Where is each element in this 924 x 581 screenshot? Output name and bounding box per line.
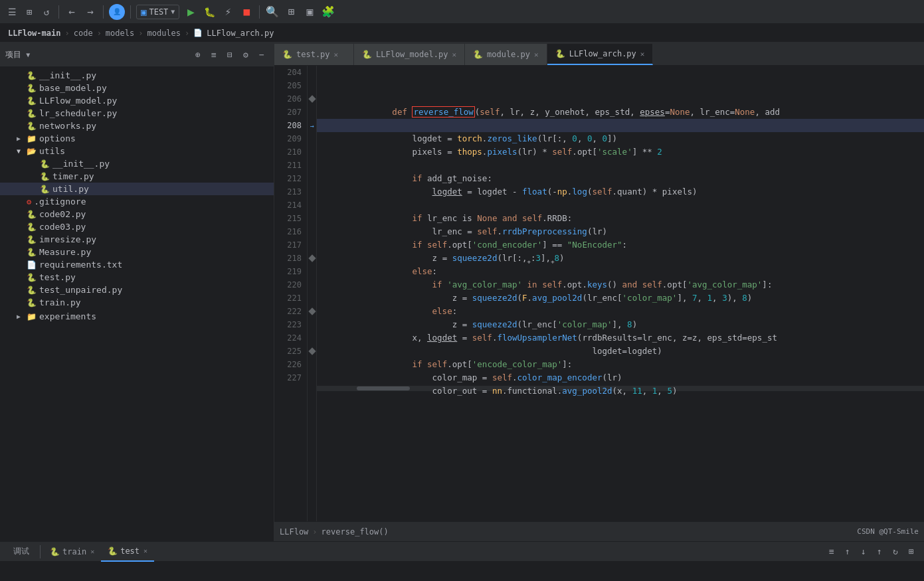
python-file-icon: 🐍 bbox=[27, 235, 37, 244]
grid-icon[interactable]: ⊞ bbox=[284, 5, 298, 19]
run-config-name: TEST bbox=[149, 7, 168, 17]
breadcrumb-modules[interactable]: modules bbox=[147, 29, 181, 38]
step-over-icon[interactable]: ↑ bbox=[840, 544, 855, 559]
tab-llflow-arch[interactable]: 🐍 LLFlow_arch.py ✕ bbox=[547, 44, 654, 65]
stop-button[interactable]: ■ bbox=[239, 5, 254, 19]
gutter-217 bbox=[308, 238, 316, 252]
bottom-tab-train-close[interactable]: ✕ bbox=[90, 548, 94, 555]
scrollbar-thumb[interactable] bbox=[357, 386, 410, 390]
tree-item-base-model[interactable]: 🐍 base_model.py bbox=[0, 82, 274, 94]
train-tab-icon: 🐍 bbox=[50, 547, 60, 556]
tree-item-train[interactable]: 🐍 train.py bbox=[0, 296, 274, 309]
fold-marker-225 bbox=[308, 347, 316, 355]
tree-item-measure[interactable]: 🐍 Measure.py bbox=[0, 246, 274, 258]
tab-icon-test: 🐍 bbox=[282, 50, 292, 59]
line-num-225: 225 bbox=[277, 345, 302, 358]
refresh-icon[interactable]: ↺ bbox=[40, 5, 53, 19]
layout-icon[interactable]: ▣ bbox=[302, 5, 317, 19]
tab-close-llflow-arch[interactable]: ✕ bbox=[640, 50, 645, 58]
bottom-sep bbox=[40, 545, 41, 558]
user-avatar[interactable]: 👤 bbox=[109, 4, 125, 20]
tree-item-code03[interactable]: 🐍 code03.py bbox=[0, 220, 274, 233]
tab-close-module[interactable]: ✕ bbox=[534, 50, 539, 59]
nav-forward-button[interactable]: → bbox=[83, 5, 98, 19]
tab-close-test[interactable]: ✕ bbox=[334, 50, 339, 59]
tab-llflow-model[interactable]: 🐍 LLFlow_model.py ✕ bbox=[354, 44, 465, 65]
collapse-icon[interactable]: ⊟ bbox=[223, 48, 236, 61]
gutter-215 bbox=[308, 212, 316, 225]
tab-module[interactable]: 🐍 module.py ✕ bbox=[465, 44, 547, 65]
tree-item-lr-scheduler[interactable]: 🐍 lr_scheduler.py bbox=[0, 107, 274, 120]
line-num-212: 212 bbox=[277, 172, 302, 185]
tree-item-gitignore[interactable]: ⚙ .gitignore bbox=[0, 195, 274, 208]
step-into-icon[interactable]: ↓ bbox=[856, 544, 871, 559]
breadcrumb-file[interactable]: LLFlow_arch.py bbox=[207, 29, 274, 38]
gutter-210 bbox=[308, 145, 316, 159]
tree-item-experiments[interactable]: ▶ 📁 experiments bbox=[0, 310, 274, 323]
nav-back-button[interactable]: ← bbox=[64, 5, 79, 19]
tree-item-util[interactable]: 🐍 util.py bbox=[0, 183, 274, 195]
tree-label-imresize: imresize.py bbox=[39, 234, 96, 244]
tree-item-utils-init[interactable]: 🐍 __init__.py bbox=[0, 157, 274, 170]
code-line-206: def reverse_flow(self, lr, z, y_onehot, … bbox=[317, 92, 924, 106]
line-num-214: 214 bbox=[277, 199, 302, 212]
step-out-icon[interactable]: ↑ bbox=[872, 544, 887, 559]
tree-label-code02: code02.py bbox=[39, 209, 86, 219]
line-num-224: 224 bbox=[277, 331, 302, 345]
breadcrumb-code[interactable]: code bbox=[74, 29, 93, 38]
menu-icon[interactable]: ☰ bbox=[5, 5, 19, 19]
tree-item-test-unpaired[interactable]: 🐍 test_unpaired.py bbox=[0, 284, 274, 296]
console-icon[interactable]: ≡ bbox=[824, 544, 839, 559]
fold-marker-218 bbox=[308, 254, 316, 262]
line-num-217: 217 bbox=[277, 238, 302, 252]
gutter-207 bbox=[308, 106, 316, 119]
add-icon[interactable]: ⊕ bbox=[191, 48, 205, 61]
breadcrumb-project[interactable]: LLFlow-main bbox=[8, 29, 60, 38]
debugger-label[interactable]: 调试 bbox=[5, 546, 37, 557]
bottom-tabs-bar: 调试 🐍 train ✕ 🐍 test ✕ ≡ ↑ ↓ ↑ ↻ ⊞ bbox=[0, 541, 924, 561]
bottom-tab-test[interactable]: 🐍 test ✕ bbox=[101, 542, 154, 562]
run-config-selector[interactable]: ▣ TEST ▼ bbox=[136, 5, 179, 19]
bottom-tab-test-close[interactable]: ✕ bbox=[143, 547, 147, 554]
gutter-213 bbox=[308, 185, 316, 199]
tab-close-llflow-model[interactable]: ✕ bbox=[452, 50, 456, 59]
code-line-211: if add_gt_noise: bbox=[317, 159, 924, 172]
tree-item-imresize[interactable]: 🐍 imresize.py bbox=[0, 233, 274, 246]
python-file-icon: 🐍 bbox=[27, 210, 37, 219]
debug-icon[interactable]: 🐛 bbox=[202, 5, 217, 19]
table-icon[interactable]: ⊞ bbox=[904, 544, 919, 559]
tree-item-init[interactable]: 🐍 __init__.py bbox=[0, 69, 274, 82]
python-file-icon: 🐍 bbox=[27, 71, 37, 80]
monitor-icon[interactable]: ⊞ bbox=[23, 5, 36, 19]
gutter-212 bbox=[308, 172, 316, 185]
run-button[interactable]: ▶ bbox=[183, 5, 198, 19]
code-editor: 204 205 206 207 208 209 210 211 212 213 … bbox=[274, 66, 924, 521]
rerun-icon[interactable]: ↻ bbox=[888, 544, 903, 559]
plugin-icon[interactable]: 🧩 bbox=[321, 5, 335, 19]
tree-item-timer[interactable]: 🐍 timer.py bbox=[0, 170, 274, 183]
tree-item-llflow-model[interactable]: 🐍 LLFlow_model.py bbox=[0, 94, 274, 107]
python-file-icon: 🐍 bbox=[27, 298, 37, 307]
coverage-icon[interactable]: ⚡ bbox=[221, 5, 235, 19]
sidebar-title: 项目 ▼ bbox=[5, 49, 186, 60]
code-line-205 bbox=[317, 79, 924, 92]
gutter-225 bbox=[308, 345, 316, 358]
breadcrumb-models[interactable]: models bbox=[106, 29, 134, 38]
tree-item-networks[interactable]: 🐍 networks.py bbox=[0, 120, 274, 132]
status-llflow: LLFlow bbox=[280, 527, 308, 537]
tab-test[interactable]: 🐍 test.py ✕ bbox=[274, 44, 354, 65]
tab-icon-llflow-arch: 🐍 bbox=[555, 49, 565, 58]
layout-tree-icon[interactable]: ≡ bbox=[207, 48, 221, 61]
tree-item-requirements[interactable]: 📄 requirements.txt bbox=[0, 258, 274, 271]
code-content[interactable]: def reverse_flow(self, lr, z, y_onehot, … bbox=[317, 66, 924, 521]
line-numbers: 204 205 206 207 208 209 210 211 212 213 … bbox=[274, 66, 308, 521]
tree-item-code02[interactable]: 🐍 code02.py bbox=[0, 208, 274, 220]
minimize-icon[interactable]: − bbox=[255, 48, 268, 61]
tree-item-utils[interactable]: ▼ 📂 utils bbox=[0, 145, 274, 157]
gutter-218 bbox=[308, 252, 316, 265]
settings-icon[interactable]: ⚙ bbox=[239, 48, 252, 61]
tree-item-options[interactable]: ▶ 📁 options bbox=[0, 132, 274, 145]
bottom-tab-train[interactable]: 🐍 train ✕ bbox=[43, 542, 101, 562]
search-icon[interactable]: 🔍 bbox=[265, 5, 280, 19]
tree-item-test[interactable]: 🐍 test.py bbox=[0, 271, 274, 284]
